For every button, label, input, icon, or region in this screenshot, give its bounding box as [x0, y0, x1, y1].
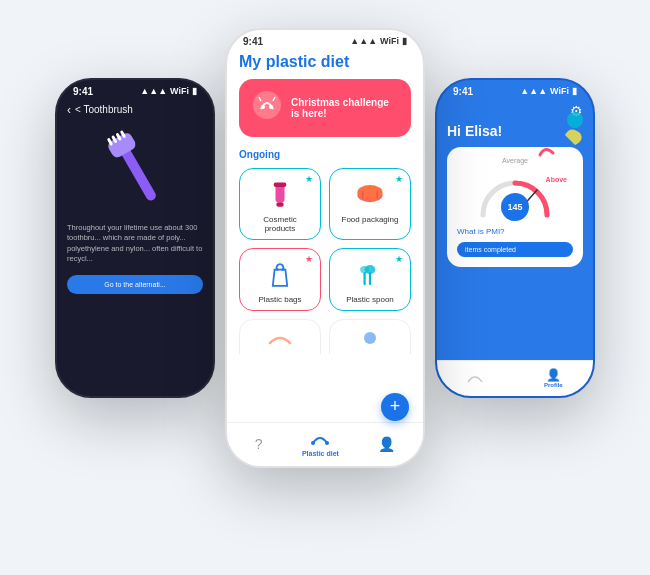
challenge-icon: [251, 89, 283, 127]
partial-icon-2: [355, 328, 385, 348]
signal-icon3: ▲▲▲: [520, 86, 547, 96]
signal-icon: ▲▲▲: [140, 86, 167, 96]
partial-card-1: [239, 319, 321, 354]
right-status-bar: 9:41 ▲▲▲ WiFi ▮: [437, 80, 593, 99]
right-nav-profile[interactable]: 👤 Profile: [544, 368, 563, 388]
svg-rect-10: [274, 182, 287, 187]
svg-point-20: [364, 332, 376, 344]
nav-item-help[interactable]: ?: [255, 436, 263, 452]
svg-point-16: [276, 268, 279, 271]
nav-item-plastic-diet[interactable]: Plastic diet: [302, 431, 339, 457]
star-icon-spoon: ★: [395, 254, 403, 264]
profile-icon-right: 👤: [546, 368, 561, 382]
star-icon-bags: ★: [305, 254, 313, 264]
profile-icon: 👤: [378, 436, 395, 452]
center-content: My plastic diet Christmas challenge is h…: [227, 49, 423, 358]
toothbrush-visual: [67, 125, 203, 215]
bottom-nav: ? Plastic diet 👤: [227, 422, 423, 466]
wifi-icon: WiFi: [170, 86, 189, 96]
plastic-diet-nav-label: Plastic diet: [302, 450, 339, 457]
center-time: 9:41: [243, 36, 263, 47]
profile-nav-label: Profile: [544, 382, 563, 388]
above-label: Above: [546, 176, 567, 183]
partial-row: [239, 319, 411, 354]
svg-point-13: [357, 185, 382, 199]
spoon-label: Plastic spoon: [346, 295, 394, 304]
battery-icon3: ▮: [572, 86, 577, 96]
section-label: Ongoing: [239, 149, 411, 160]
svg-point-6: [253, 91, 281, 119]
help-icon: ?: [255, 436, 263, 452]
gauge-container: 145 Above: [457, 168, 573, 223]
challenge-banner[interactable]: Christmas challenge is here!: [239, 79, 411, 137]
plastic-diet-icon: [311, 431, 329, 448]
phone-right: 9:41 ▲▲▲ WiFi ▮ ⚙ Hi Elisa!: [435, 78, 595, 398]
center-status-bar: 9:41 ▲▲▲ WiFi ▮: [227, 30, 423, 49]
right-bottom-nav: 👤 Profile: [437, 360, 593, 396]
right-nav-chart[interactable]: [467, 371, 483, 386]
alternative-button[interactable]: Go to the alternati...: [67, 275, 203, 294]
left-status-bar: 9:41 ▲▲▲ WiFi ▮: [57, 80, 213, 99]
cosmetic-icon: [262, 177, 298, 213]
wifi-icon3: WiFi: [550, 86, 569, 96]
partial-icon-1: [265, 328, 295, 348]
left-content: ‹ < Toothbrush Throughout your lifetime …: [57, 99, 213, 298]
bags-label: Plastic bags: [258, 295, 301, 304]
partial-card-2: [329, 319, 411, 354]
phone-left: 9:41 ▲▲▲ WiFi ▮ ‹ < Toothbrush: [55, 78, 215, 398]
page-title: My plastic diet: [239, 53, 411, 71]
item-spoon[interactable]: ★ Plastic spoon: [329, 248, 411, 311]
right-time: 9:41: [453, 86, 473, 97]
toothbrush-description: Throughout your lifetime use about 300 t…: [67, 223, 203, 265]
back-label: < Toothbrush: [75, 104, 133, 115]
pmi-link[interactable]: What is PMI?: [457, 227, 573, 236]
back-arrow-icon: ‹: [67, 103, 71, 117]
spoon-icon: [352, 257, 388, 293]
items-badge: items completed: [457, 242, 573, 257]
items-grid: ★ Cosmeticproducts ★: [239, 168, 411, 311]
svg-point-19: [360, 266, 369, 273]
item-food[interactable]: ★ Food packaging: [329, 168, 411, 240]
item-bags[interactable]: ★ Plastic bags: [239, 248, 321, 311]
battery-icon: ▮: [192, 86, 197, 96]
left-time: 9:41: [73, 86, 93, 97]
bags-icon: [262, 257, 298, 293]
svg-point-17: [281, 268, 284, 271]
signal-icon2: ▲▲▲: [350, 36, 377, 46]
left-status-icons: ▲▲▲ WiFi ▮: [140, 86, 197, 96]
svg-point-23: [567, 112, 583, 128]
phone-center: 9:41 ▲▲▲ WiFi ▮ My plastic diet: [225, 28, 425, 468]
right-status-icons: ▲▲▲ WiFi ▮: [520, 86, 577, 96]
chart-icon: [467, 371, 483, 386]
center-status-icons: ▲▲▲ WiFi ▮: [350, 36, 407, 46]
cosmetic-label: Cosmeticproducts: [263, 215, 296, 233]
battery-icon2: ▮: [402, 36, 407, 46]
item-cosmetic[interactable]: ★ Cosmeticproducts: [239, 168, 321, 240]
gauge-number: 145: [501, 193, 529, 221]
toothbrush-svg: [87, 116, 184, 224]
star-icon-food: ★: [395, 174, 403, 184]
right-content: ⚙ Hi Elisa! Average: [437, 99, 593, 271]
food-label: Food packaging: [342, 215, 399, 224]
svg-point-8: [269, 105, 273, 109]
fab-add-button[interactable]: +: [381, 393, 409, 421]
svg-rect-11: [276, 202, 283, 207]
nav-item-profile[interactable]: 👤: [378, 436, 395, 452]
back-header[interactable]: ‹ < Toothbrush: [67, 103, 203, 117]
phones-container: 9:41 ▲▲▲ WiFi ▮ ‹ < Toothbrush: [25, 18, 625, 558]
svg-point-22: [325, 441, 329, 445]
wifi-icon2: WiFi: [380, 36, 399, 46]
food-icon: [352, 177, 388, 213]
star-icon-cosmetic: ★: [305, 174, 313, 184]
svg-point-21: [311, 441, 315, 445]
challenge-text: Christmas challenge is here!: [291, 97, 389, 119]
svg-point-7: [261, 105, 265, 109]
